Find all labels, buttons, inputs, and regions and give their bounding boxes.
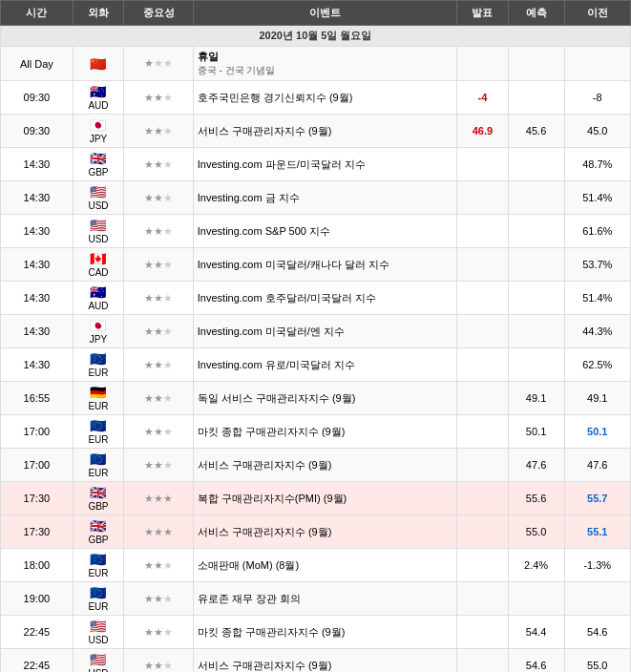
currency-cell: 🇺🇸USD xyxy=(73,649,124,673)
time-cell: 09:30 xyxy=(1,115,74,148)
previous-value: 55.0 xyxy=(587,660,607,671)
time-cell: 14:30 xyxy=(1,215,74,248)
previous-cell: 45.0 xyxy=(564,115,631,148)
forecast-cell xyxy=(508,282,564,315)
flag-icon: 🇯🇵 xyxy=(90,117,106,133)
currency-label: JPY xyxy=(90,334,107,345)
time-cell: 17:00 xyxy=(1,449,74,482)
star-filled-icon: ★ xyxy=(154,426,163,437)
star-empty-icon: ★ xyxy=(163,259,173,270)
star-filled-icon: ★ xyxy=(144,292,154,304)
forecast-cell xyxy=(508,248,564,282)
previous-cell: 51.4% xyxy=(564,181,631,215)
star-filled-icon: ★ xyxy=(144,359,154,370)
forecast-cell xyxy=(508,315,564,348)
currency-label: AUD xyxy=(88,100,108,111)
currency-label: USD xyxy=(88,635,108,645)
flag-icon: 🇪🇺 xyxy=(90,552,106,567)
currency-label: EUR xyxy=(88,401,108,411)
star-filled-icon: ★ xyxy=(144,559,154,571)
star-filled-icon: ★ xyxy=(144,225,154,237)
previous-value: 55.7 xyxy=(587,493,607,504)
event-cell: 호주국민은행 경기신뢰지수 (9월) xyxy=(193,81,456,115)
currency-cell: 🇦🇺AUD xyxy=(73,81,124,115)
flag-icon: 🇯🇵 xyxy=(90,318,106,333)
currency-label: EUR xyxy=(88,468,108,478)
actual-cell xyxy=(457,549,509,582)
flag-icon: 🇪🇺 xyxy=(90,418,106,433)
star-empty-icon: ★ xyxy=(163,192,173,203)
importance-cell: ★★★ xyxy=(124,449,194,482)
currency-label: GBP xyxy=(88,167,108,178)
flag-icon: 🇨🇳 xyxy=(90,56,106,72)
time-cell: 14:30 xyxy=(1,248,74,282)
star-filled-icon: ★ xyxy=(144,493,154,504)
actual-cell xyxy=(457,47,509,81)
importance-cell: ★★★ xyxy=(124,282,194,315)
forecast-cell: 55.0 xyxy=(508,515,564,549)
importance-cell: ★★★ xyxy=(124,215,194,248)
actual-cell xyxy=(457,449,509,482)
flag-icon: 🇦🇺 xyxy=(90,284,106,300)
currency-label: USD xyxy=(88,234,108,244)
previous-value: 45.0 xyxy=(587,125,607,136)
flag-icon: 🇦🇺 xyxy=(90,84,106,99)
star-filled-icon: ★ xyxy=(154,259,163,270)
star-filled-icon: ★ xyxy=(154,92,163,103)
star-empty-icon: ★ xyxy=(163,225,173,237)
star-empty-icon: ★ xyxy=(163,326,173,337)
star-filled-icon: ★ xyxy=(144,392,154,404)
importance-cell: ★★★ xyxy=(124,348,194,382)
flag-icon: 🇬🇧 xyxy=(90,518,106,534)
event-cell: 마킷 종합 구매관리자지수 (9월) xyxy=(193,616,456,649)
currency-cell: 🇩🇪EUR xyxy=(73,382,124,415)
star-filled-icon: ★ xyxy=(154,125,163,136)
forecast-cell xyxy=(508,348,564,382)
star-filled-icon: ★ xyxy=(144,660,154,671)
forecast-cell xyxy=(508,47,564,81)
currency-cell: 🇬🇧GBP xyxy=(73,515,124,549)
event-cell: Investing.com S&P 500 지수 xyxy=(193,215,456,248)
time-cell: 16:55 xyxy=(1,382,74,415)
previous-value: 54.6 xyxy=(587,626,607,638)
star-filled-icon: ★ xyxy=(154,292,163,304)
star-filled-icon: ★ xyxy=(154,626,163,638)
star-empty-icon: ★ xyxy=(163,92,173,103)
currency-label: USD xyxy=(88,668,108,672)
forecast-cell: 45.6 xyxy=(508,115,564,148)
importance-cell: ★★★ xyxy=(124,515,194,549)
actual-value: -4 xyxy=(478,92,488,103)
actual-cell xyxy=(457,382,509,415)
previous-cell: 47.6 xyxy=(564,449,631,482)
currency-cell: 🇪🇺EUR xyxy=(73,549,124,582)
star-empty-icon: ★ xyxy=(163,359,173,370)
actual-cell xyxy=(457,482,509,515)
forecast-cell: 50.1 xyxy=(508,415,564,449)
header-importance: 중요성 xyxy=(124,1,194,26)
flag-icon: 🇺🇸 xyxy=(90,218,106,233)
event-cell: Investing.com 미국달러/엔 지수 xyxy=(193,315,456,348)
actual-cell xyxy=(457,215,509,248)
event-cell: 서비스 구매관리자지수 (9월) xyxy=(193,515,456,549)
star-empty-icon: ★ xyxy=(163,292,173,304)
actual-cell xyxy=(457,248,509,282)
previous-value: 49.1 xyxy=(587,392,607,404)
previous-value: 51.4% xyxy=(582,192,612,203)
flag-icon: 🇺🇸 xyxy=(90,652,106,667)
currency-label: EUR xyxy=(88,601,108,612)
star-filled-icon: ★ xyxy=(144,426,154,437)
previous-cell: 55.1 xyxy=(564,515,631,549)
flag-icon: 🇩🇪 xyxy=(90,385,106,400)
actual-cell xyxy=(457,616,509,649)
star-filled-icon: ★ xyxy=(144,192,154,203)
forecast-cell: 47.6 xyxy=(508,449,564,482)
star-filled-icon: ★ xyxy=(154,225,163,237)
currency-cell: 🇬🇧GBP xyxy=(73,148,124,181)
currency-cell: 🇯🇵JPY xyxy=(73,115,124,148)
time-cell: 14:30 xyxy=(1,282,74,315)
star-filled-icon: ★ xyxy=(154,158,163,170)
importance-cell: ★★★ xyxy=(124,616,194,649)
previous-cell: 55.7 xyxy=(564,482,631,515)
previous-cell xyxy=(564,47,631,81)
star-filled-icon: ★ xyxy=(144,326,154,337)
